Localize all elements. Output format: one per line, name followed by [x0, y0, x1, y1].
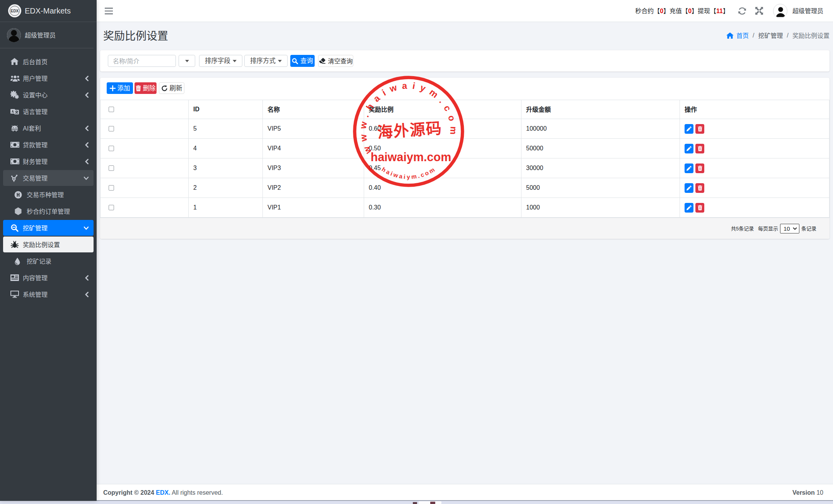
svg-text:海外源码: 海外源码	[377, 119, 443, 141]
svg-text:haiwaiym.com: haiwaiym.com	[381, 165, 437, 180]
svg-text:haiwaiym.com: haiwaiym.com	[371, 150, 451, 164]
